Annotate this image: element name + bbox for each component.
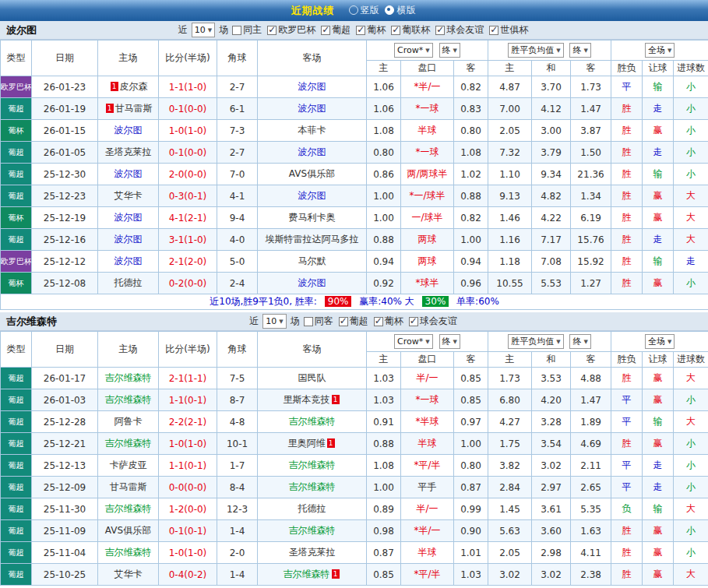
odds-company-select[interactable]: Crow*▼	[394, 334, 433, 349]
wdl-avg-select[interactable]: 胜平负均值▼	[508, 43, 563, 58]
away-team[interactable]: 本菲卡	[258, 120, 367, 142]
home-team[interactable]: 艾华卡	[98, 185, 159, 207]
team-name-text: 皮尔森	[120, 81, 148, 92]
home-team[interactable]: 1皮尔森	[98, 76, 159, 98]
odds-company-select[interactable]: Crow*▼	[394, 43, 433, 58]
home-team[interactable]: 波尔图	[98, 251, 159, 273]
home-team[interactable]: 波尔图	[98, 120, 159, 142]
away-team[interactable]: 埃斯特雷拉达阿马多拉	[258, 229, 367, 251]
away-team[interactable]: 吉尔维森特	[258, 455, 367, 477]
home-team[interactable]: 吉尔维森特	[98, 542, 159, 564]
away-team[interactable]: 吉尔维森特	[258, 411, 367, 433]
results-table: 类型 日期 主场 比分(半场) 角球 客场 Crow*▼ 终▼ 胜平负均值▼ 终…	[0, 331, 708, 586]
home-team[interactable]: 托德拉	[98, 273, 159, 294]
handicap-time-select[interactable]: 终▼	[439, 43, 460, 58]
avg-away-odds: 1.47	[571, 98, 611, 120]
match-row: 葡杯25-12-08托德拉0-2(0-0)2-4波尔图0.92*球半0.9610…	[1, 273, 708, 294]
avg-away-odds: 6.19	[571, 207, 611, 229]
home-team[interactable]: 吉尔维森特	[98, 389, 159, 411]
league-filter-checkbox[interactable]: 葡超	[321, 23, 350, 37]
home-team[interactable]: 卡萨皮亚	[98, 455, 159, 477]
away-team[interactable]: 里斯本竞技1	[258, 389, 367, 411]
layout-option-vertical[interactable]: 竖版	[349, 4, 379, 17]
home-team[interactable]: 波尔图	[98, 164, 159, 185]
section-header: 波尔图 近 10▼ 场 同主 欧罗巴杯葡超葡杯葡联杯球会友谊世俱杯	[0, 21, 708, 40]
league-filter-checkbox[interactable]: 葡联杯	[391, 23, 430, 37]
league-filter-checkbox[interactable]: 球会友谊	[409, 315, 457, 328]
home-team[interactable]: 圣塔克莱拉	[98, 142, 159, 164]
away-team[interactable]: 吉尔维森特1	[258, 564, 367, 586]
away-team[interactable]: AVS俱乐部	[258, 164, 367, 185]
team-name-text: 吉尔维森特	[105, 503, 152, 514]
result-wdl: 胜	[611, 564, 643, 586]
match-date: 25-12-13	[32, 455, 98, 477]
team-name-text: 波尔图	[114, 234, 143, 245]
score: 0-1(0-0)	[159, 142, 217, 164]
venue-filter-checkbox[interactable]: 同主	[232, 23, 262, 37]
away-team[interactable]: 里奥阿维1	[258, 433, 367, 455]
result-goals: 大	[674, 207, 708, 229]
away-team[interactable]: 吉尔维森特	[258, 520, 367, 542]
league-filter-checkbox[interactable]: 葡超	[339, 315, 368, 328]
wdl-time-select[interactable]: 终▼	[569, 43, 590, 58]
ah-home-odds: 1.00	[367, 207, 401, 229]
home-team[interactable]: 1甘马雷斯	[98, 98, 159, 120]
match-date: 25-12-09	[32, 477, 98, 498]
away-team[interactable]: 波尔图	[258, 185, 367, 207]
league-filter-checkbox[interactable]: 球会友谊	[435, 23, 484, 37]
home-team[interactable]: 艾华卡	[98, 564, 159, 586]
ah-line: 两球	[401, 229, 454, 251]
competition-type: 葡超	[1, 185, 32, 207]
home-team[interactable]: 波尔图	[98, 229, 159, 251]
team-name-text: 波尔图	[114, 212, 143, 223]
away-team[interactable]: 吉尔维森特	[258, 477, 367, 498]
league-filter-checkbox[interactable]: 葡杯	[374, 315, 403, 328]
home-team[interactable]: 吉尔维森特	[98, 498, 159, 520]
games-label: 场	[219, 23, 228, 37]
away-team[interactable]: 波尔图	[258, 76, 367, 98]
avg-draw-odds: 2.98	[532, 542, 571, 564]
col-header-res-goals: 进球数	[674, 61, 708, 76]
away-team[interactable]: 费马利卡奥	[258, 207, 367, 229]
home-team[interactable]: 阿鲁卡	[98, 411, 159, 433]
avg-away-odds: 2.11	[571, 455, 611, 477]
away-team[interactable]: 波尔图	[258, 273, 367, 294]
corners: 7-3	[217, 120, 258, 142]
league-filter-checkbox[interactable]: 葡杯	[356, 23, 386, 37]
home-team[interactable]: 波尔图	[98, 207, 159, 229]
wdl-avg-select[interactable]: 胜平负均值▼	[508, 334, 563, 349]
match-count-select[interactable]: 10▼	[262, 314, 286, 329]
home-team[interactable]: 吉尔维森特	[98, 368, 159, 389]
venue-filter-checkbox[interactable]: 同客	[304, 315, 333, 328]
home-team[interactable]: 吉尔维森特	[98, 433, 159, 455]
match-row: 葡超25-11-09AVS俱乐部0-1(0-1)1-4吉尔维森特0.98*半/一…	[1, 520, 708, 542]
red-card-badge: 1	[106, 104, 114, 113]
team-name-text: AVS俱乐部	[289, 168, 335, 179]
away-team[interactable]: 国民队	[258, 368, 367, 389]
result-goals: 大	[674, 368, 708, 389]
result-wdl: 胜	[611, 368, 643, 389]
score: 1-1(0-1)	[159, 389, 217, 411]
league-filter-checkbox[interactable]: 欧罗巴杯	[267, 23, 315, 37]
avg-away-odds: 1.47	[571, 389, 611, 411]
handicap-time-select[interactable]: 终▼	[439, 334, 460, 349]
wdl-time-select[interactable]: 终▼	[569, 334, 590, 349]
away-team[interactable]: 波尔图	[258, 98, 367, 120]
league-filter-checkbox[interactable]: 世俱杯	[489, 23, 528, 37]
scope-select[interactable]: 全场▼	[645, 43, 675, 58]
scope-select[interactable]: 全场▼	[645, 334, 675, 349]
away-team[interactable]: 圣塔克莱拉	[258, 542, 367, 564]
competition-type: 葡超	[1, 433, 32, 455]
layout-option-horizontal[interactable]: 横版	[385, 4, 415, 17]
away-team[interactable]: 托德拉	[258, 498, 367, 520]
away-team[interactable]: 波尔图	[258, 142, 367, 164]
ah-line: 半球	[401, 433, 454, 455]
away-team[interactable]: 马尔默	[258, 251, 367, 273]
ah-line: *半/一	[401, 520, 454, 542]
competition-type: 葡杯	[1, 273, 32, 294]
match-count-select[interactable]: 10▼	[192, 23, 215, 37]
corners: 2-0	[217, 542, 258, 564]
col-header-avg-draw: 和	[532, 352, 571, 368]
home-team[interactable]: 甘马雷斯	[98, 477, 159, 498]
home-team[interactable]: AVS俱乐部	[98, 520, 159, 542]
